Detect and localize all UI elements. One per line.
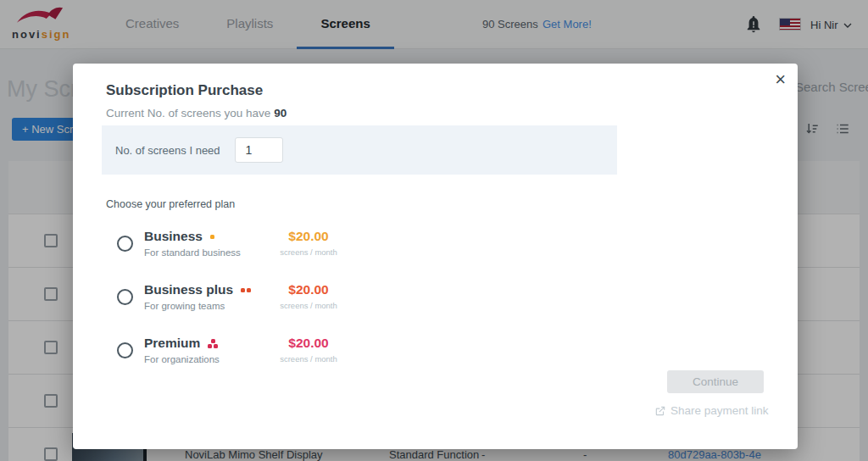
current-screens-value: 90 <box>274 107 287 119</box>
radio-business-plus[interactable] <box>117 289 133 305</box>
subscription-purchase-modal: × Subscription Purchase Current No. of s… <box>73 64 798 449</box>
plan-option-business[interactable]: Business For standard business $20.00 sc… <box>115 229 471 273</box>
choose-plan-label: Choose your preferred plan <box>106 198 235 210</box>
plan-price-unit: screens / month <box>268 354 349 364</box>
screens-needed-label: No. of screens I need <box>115 144 220 157</box>
plan-subtitle: For growing teams <box>144 301 251 311</box>
share-payment-link[interactable]: Share payment link <box>654 404 769 417</box>
plan-name: Premium <box>144 336 220 351</box>
plan-price-unit: screens / month <box>268 301 349 310</box>
screens-needed-band: No. of screens I need <box>102 125 617 175</box>
radio-business[interactable] <box>117 236 133 252</box>
plan-option-business-plus[interactable]: Business plus For growing teams $20.00 s… <box>115 282 471 326</box>
share-payment-link-label: Share payment link <box>670 404 769 417</box>
plan-tier-dots-icon <box>241 288 251 292</box>
plan-price: $20.00 <box>268 229 349 244</box>
close-icon[interactable]: × <box>775 67 786 93</box>
plan-name: Business <box>144 229 241 244</box>
screens-needed-input[interactable] <box>235 137 283 163</box>
plan-tier-dots-icon <box>208 339 219 348</box>
continue-button[interactable]: Continue <box>667 370 764 393</box>
plan-tier-dots-icon <box>210 235 214 239</box>
plan-price: $20.00 <box>268 282 349 297</box>
current-screens-label: Current No. of screens you have 90 <box>106 107 287 119</box>
plan-price-unit: screens / month <box>268 247 349 257</box>
external-link-icon <box>654 405 666 417</box>
plan-name: Business plus <box>144 282 251 297</box>
plan-subtitle: For standard business <box>144 247 241 258</box>
plan-option-premium[interactable]: Premium For organizations $20.00 screens… <box>115 336 471 380</box>
plan-price: $20.00 <box>268 336 349 351</box>
plan-subtitle: For organizations <box>144 354 220 364</box>
modal-title: Subscription Purchase <box>106 82 263 99</box>
radio-premium[interactable] <box>117 342 133 358</box>
